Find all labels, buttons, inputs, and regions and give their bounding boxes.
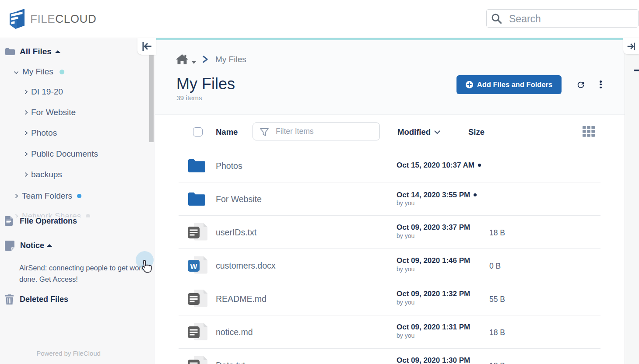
svg-text:W: W [190,262,197,271]
